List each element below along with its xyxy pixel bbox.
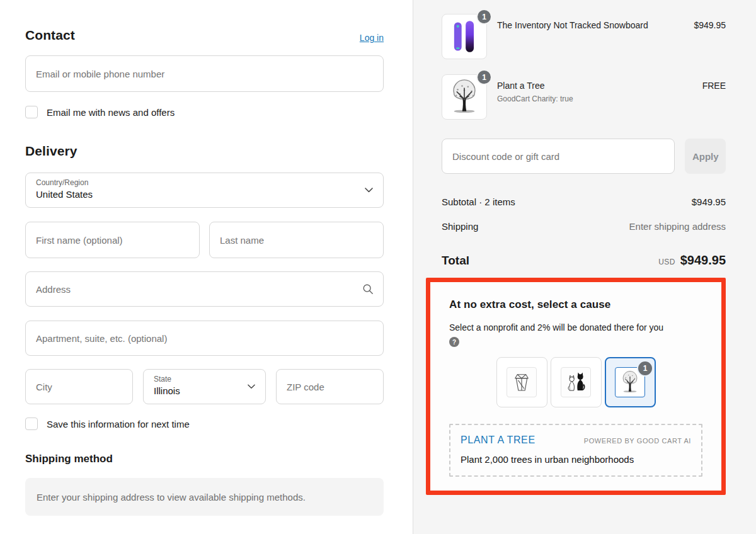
quantity-badge: 1 (637, 360, 653, 377)
item-price: $949.95 (694, 14, 726, 30)
cause-description: Plant 2,000 trees in urban neighborhoods (461, 454, 691, 465)
last-name-field[interactable] (209, 222, 384, 258)
line-item-plant-a-tree: 1 Plant a Tree GoodCart Charity: true FR… (442, 74, 726, 120)
line-item-snowboard: 1 The Inventory Not Tracked Snowboard $9… (442, 14, 726, 59)
country-value: United States (36, 188, 358, 201)
search-icon (362, 283, 374, 295)
goodcart-subheading: Select a nonprofit and 2% will be donate… (449, 321, 702, 334)
cause-card-tree-selected[interactable]: 1 (605, 357, 656, 407)
apply-button[interactable]: Apply (685, 139, 726, 174)
item-price: FREE (702, 74, 726, 91)
selected-cause-detail: PLANT A TREE POWERED BY GOOD CART AI Pla… (449, 424, 702, 477)
country-label: Country/Region (36, 178, 358, 187)
shipping-method-notice: Enter your shipping address to view avai… (25, 478, 384, 516)
subtotal-label: Subtotal · 2 items (442, 196, 515, 207)
city-state-zip-row: State Illinois (25, 369, 384, 404)
total-value: $949.95 (680, 253, 726, 268)
state-select[interactable]: State Illinois (143, 369, 266, 404)
subtotal-row: Subtotal · 2 items $949.95 (442, 196, 726, 207)
address-wrap (25, 271, 384, 307)
contact-header: Contact Log in (25, 28, 384, 43)
shipping-value: Enter shipping address (629, 221, 726, 232)
shipping-row: Shipping Enter shipping address (442, 221, 726, 232)
city-field[interactable] (25, 369, 133, 404)
annotation-highlight-box: At no extra cost, select a cause Select … (426, 278, 726, 495)
cause-options-row: 1 (449, 357, 702, 407)
discount-row: Apply (442, 139, 726, 174)
powered-by-label: POWERED BY GOOD CART AI (584, 437, 691, 445)
first-name-field[interactable] (25, 222, 200, 258)
quantity-badge: 1 (476, 69, 492, 85)
shipping-method-title: Shipping method (25, 453, 384, 465)
goodcart-heading: At no extra cost, select a cause (449, 298, 702, 311)
address-field[interactable] (25, 271, 384, 307)
shipping-label: Shipping (442, 221, 478, 232)
email-field[interactable] (25, 55, 384, 92)
cats-icon (564, 370, 588, 394)
state-label: State (154, 375, 240, 383)
news-offers-row: Email me with news and offers (25, 106, 384, 118)
total-label: Total (442, 254, 469, 268)
item-name: Plant a Tree (497, 79, 694, 93)
zip-field[interactable] (276, 369, 384, 404)
quantity-badge: 1 (476, 9, 492, 25)
selected-cause-name: PLANT A TREE (461, 435, 536, 446)
tree-image (447, 79, 482, 115)
subtotal-value: $949.95 (692, 196, 726, 207)
item-note: GoodCart Charity: true (497, 94, 694, 103)
chevron-down-icon (365, 188, 373, 193)
save-info-label: Save this information for next time (47, 419, 190, 429)
tree-thumbnail: 1 (442, 74, 487, 120)
contact-title: Contact (25, 28, 75, 43)
trash-bin-icon (510, 370, 534, 394)
order-summary-panel: 1 The Inventory Not Tracked Snowboard $9… (413, 0, 756, 534)
snowboard-image (448, 19, 481, 54)
discount-code-field[interactable] (442, 139, 675, 174)
help-icon[interactable]: ? (449, 337, 459, 347)
currency-code: USD (658, 258, 675, 266)
save-info-checkbox[interactable] (25, 418, 38, 430)
cause-card-cats[interactable] (551, 357, 602, 407)
delivery-title: Delivery (25, 144, 384, 159)
snowboard-thumbnail: 1 (442, 14, 487, 59)
news-offers-checkbox[interactable] (25, 106, 38, 118)
country-select[interactable]: Country/Region United States (25, 173, 384, 208)
checkout-page: Contact Log in Email me with news and of… (0, 0, 756, 534)
item-name: The Inventory Not Tracked Snowboard (497, 19, 685, 32)
log-in-link[interactable]: Log in (360, 33, 384, 43)
apartment-field[interactable] (25, 321, 384, 356)
save-info-row: Save this information for next time (25, 418, 384, 430)
chevron-down-icon (248, 384, 255, 389)
news-offers-label: Email me with news and offers (47, 107, 175, 118)
tree-icon (619, 371, 641, 394)
total-row: Total USD $949.95 (442, 253, 726, 268)
state-value: Illinois (154, 385, 240, 397)
name-row (25, 222, 384, 258)
cause-card-trash-bin[interactable] (496, 357, 547, 407)
checkout-form-column: Contact Log in Email me with news and of… (0, 0, 413, 534)
